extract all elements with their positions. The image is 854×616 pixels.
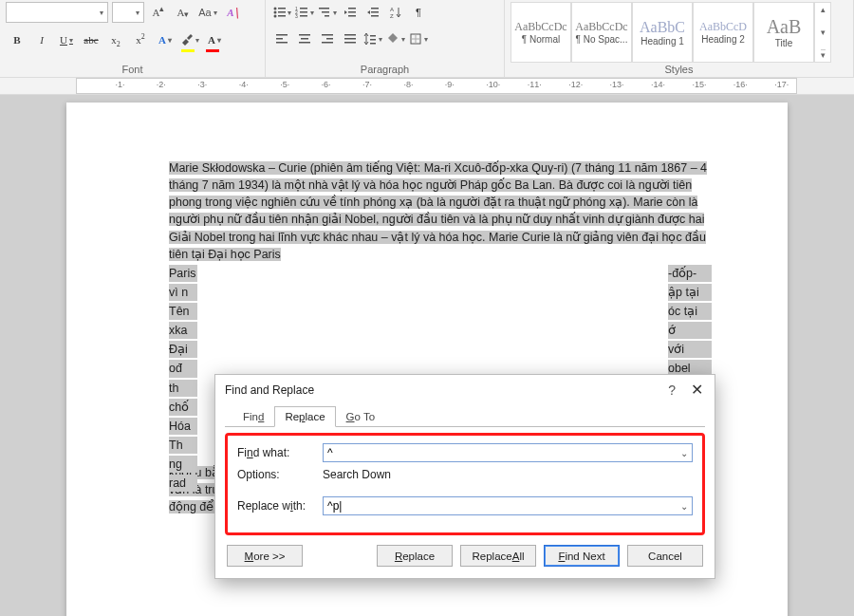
ribbon-group-paragraph: ▾ 123▾ ▾ AZ ¶ ▾ ▾ ▾: [266, 0, 505, 77]
subscript-button[interactable]: x2: [104, 28, 127, 51]
more-button[interactable]: More >>: [227, 545, 303, 567]
shading-button[interactable]: ▾: [385, 28, 406, 49]
font-size-combo[interactable]: ▾: [112, 2, 144, 23]
text-fragment: với: [668, 341, 712, 358]
style-heading-1[interactable]: AaBbC Heading 1: [632, 2, 693, 63]
ruler-tick: ·7·: [362, 80, 372, 89]
chevron-down-icon[interactable]: ⌄: [680, 448, 688, 458]
style-name: ¶ Normal: [522, 34, 560, 45]
dialog-titlebar[interactable]: Find and Replace ? ✕: [215, 375, 715, 404]
ruler-tick: ·4·: [239, 80, 249, 89]
underline-button[interactable]: U▾: [55, 28, 78, 51]
multilevel-button[interactable]: ▾: [317, 2, 338, 23]
ruler-tick: ·16·: [733, 80, 748, 89]
dialog-button-row: More >> Replace Replace All Find Next Ca…: [215, 541, 715, 578]
inc-indent-icon: [366, 6, 380, 19]
find-what-input[interactable]: ^ ⌄: [323, 443, 693, 462]
svg-rect-31: [322, 42, 333, 44]
find-next-button[interactable]: Find Next: [544, 545, 620, 567]
text-fragment: ođ: [169, 360, 197, 377]
ruler-tick: ·12·: [568, 80, 583, 89]
cancel-button[interactable]: Cancel: [627, 545, 703, 567]
tab-replace[interactable]: Replace: [274, 406, 335, 427]
ruler-scale: ·1··2··3··4··5··6··7··8··9··10··11··12··…: [76, 78, 797, 94]
dialog-close-button[interactable]: ✕: [687, 381, 707, 399]
ribbon: ▾ ▾ A▴ A▾ Aa▾ A⧹ B I U▾ abc x2 x2 A▾: [0, 0, 854, 78]
style-name: ¶ No Spac...: [576, 34, 628, 45]
svg-point-0: [274, 8, 277, 10]
font-family-combo[interactable]: ▾: [6, 2, 108, 23]
ruler-tick: ·17·: [774, 80, 789, 89]
horizontal-ruler[interactable]: ·1··2··3··4··5··6··7··8··9··10··11··12··…: [0, 78, 854, 95]
left-text-fragments: Parisvì nTênxkaĐạiođthchốHóaThngrad: [169, 265, 197, 495]
highlight-button[interactable]: ▾: [178, 28, 201, 51]
font-color-glyph: A: [208, 34, 215, 46]
align-center-button[interactable]: [294, 28, 315, 49]
text-effects-button[interactable]: A▾: [154, 28, 176, 51]
chevron-down-icon[interactable]: ⌄: [680, 501, 688, 512]
ruler-tick: ·3·: [197, 80, 207, 89]
text-fragment: óc tại: [668, 303, 712, 320]
align-left-button[interactable]: [271, 28, 292, 49]
svg-rect-32: [344, 34, 356, 36]
grow-font-button[interactable]: A▴: [148, 2, 169, 23]
shrink-font-button[interactable]: A▾: [173, 2, 194, 23]
replace-with-label: Replace with:: [237, 499, 317, 513]
borders-button[interactable]: ▾: [408, 28, 429, 49]
italic-glyph: I: [40, 34, 44, 46]
tab-goto[interactable]: Go To: [336, 406, 385, 427]
superscript-button[interactable]: x2: [129, 28, 152, 51]
style-preview: AaBbCcDc: [514, 20, 566, 34]
style-no-spacing[interactable]: AaBbCcDc ¶ No Spac...: [571, 2, 632, 63]
strike-button[interactable]: abc: [80, 28, 102, 51]
styles-more-button[interactable]: ▴ ▾ ▾: [814, 2, 831, 63]
svg-rect-33: [344, 38, 356, 40]
replace-button[interactable]: Replace: [377, 545, 453, 567]
sort-button[interactable]: AZ: [385, 2, 406, 23]
selected-text-1[interactable]: Marie Skłodowska – Curie (phiên âm tiếng…: [169, 161, 707, 261]
text-fragment: ập tại: [668, 284, 712, 301]
ruler-tick: ·6·: [322, 80, 331, 89]
show-marks-button[interactable]: ¶: [408, 2, 429, 23]
svg-rect-23: [276, 34, 288, 36]
tab-find[interactable]: Find: [232, 406, 274, 427]
style-name: Title: [775, 38, 793, 48]
bullets-button[interactable]: ▾: [271, 2, 292, 23]
style-name: Heading 2: [701, 34, 745, 45]
italic-button[interactable]: I: [30, 28, 53, 51]
numbering-button[interactable]: 123▾: [294, 2, 315, 23]
change-case-button[interactable]: Aa▾: [197, 2, 218, 23]
svg-rect-13: [322, 11, 329, 13]
align-right-button[interactable]: [317, 28, 338, 49]
replace-with-input[interactable]: ^p| ⌄: [323, 496, 693, 515]
svg-rect-30: [326, 38, 333, 40]
svg-point-4: [274, 15, 277, 18]
style-preview: AaB: [767, 16, 802, 38]
style-title[interactable]: AaB Title: [753, 2, 814, 63]
text-fragment: chố: [169, 399, 197, 416]
font-color-button[interactable]: A▾: [203, 28, 226, 51]
style-heading-2[interactable]: AaBbCcD Heading 2: [693, 2, 753, 63]
dialog-help-button[interactable]: ?: [664, 383, 679, 398]
bold-button[interactable]: B: [6, 28, 28, 51]
style-normal[interactable]: AaBbCcDc ¶ Normal: [511, 2, 571, 63]
justify-button[interactable]: [340, 28, 361, 49]
line-spacing-button[interactable]: ▾: [362, 28, 383, 49]
svg-text:3: 3: [295, 13, 298, 19]
shrink-font-glyph: A: [177, 7, 185, 18]
style-name: Heading 1: [640, 36, 684, 47]
highlight-icon: [180, 33, 194, 47]
svg-rect-15: [348, 8, 356, 9]
ruler-tick: ·8·: [403, 80, 413, 89]
increase-indent-button[interactable]: [362, 2, 383, 23]
ruler-tick: ·15·: [692, 80, 706, 89]
justify-icon: [343, 32, 357, 46]
decrease-indent-button[interactable]: [340, 2, 361, 23]
text-fragment: Th: [169, 437, 197, 454]
svg-text:A: A: [390, 7, 394, 12]
ruler-tick: ·11·: [528, 80, 542, 89]
clear-formatting-button[interactable]: A⧹: [222, 2, 243, 23]
styles-gallery[interactable]: AaBbCcDc ¶ Normal AaBbCcDc ¶ No Spac... …: [511, 2, 847, 63]
replace-with-value: ^p|: [327, 499, 342, 513]
replace-all-button[interactable]: Replace All: [460, 545, 536, 567]
